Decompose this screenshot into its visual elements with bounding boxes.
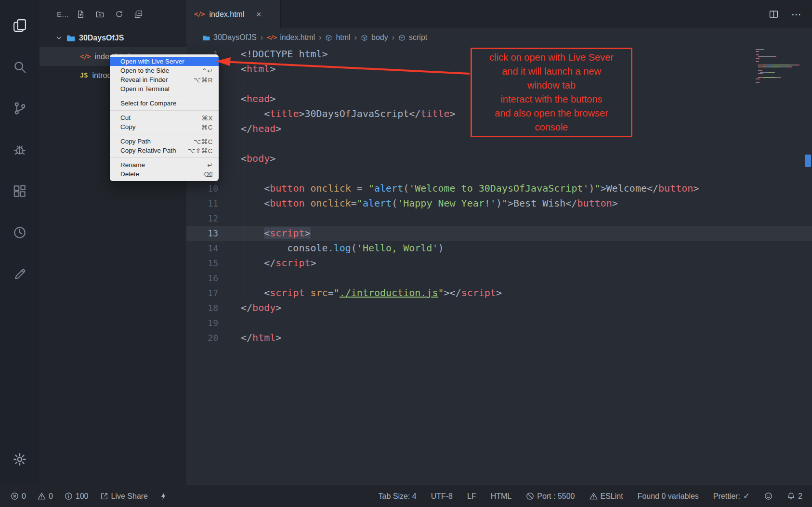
line-content: <button onclick="alert('Happy New Year!'… (218, 196, 618, 211)
debug-icon[interactable] (0, 129, 39, 170)
line-content (218, 136, 247, 151)
menu-item-cut[interactable]: Cut⌘X (110, 113, 219, 122)
status-label: 100 (76, 492, 89, 501)
search-icon[interactable] (0, 46, 39, 88)
annotation-line: and it will launch a new (473, 65, 630, 78)
close-icon[interactable]: × (256, 9, 261, 20)
menu-item-open-in-terminal[interactable]: Open in Terminal (110, 84, 219, 93)
menu-item-open-to-the-side[interactable]: Open to the Side⌃↵ (110, 66, 219, 75)
menu-item-shortcut: ⌘X (201, 114, 213, 122)
clock-icon[interactable] (0, 212, 39, 253)
breadcrumb-item-index-html[interactable]: </>index.html (267, 33, 315, 42)
code-line-18[interactable]: 18</body> (186, 300, 812, 315)
status-item-2[interactable]: 2 (787, 492, 802, 501)
menu-item-reveal-in-finder[interactable]: Reveal in Finder⌥⌘R (110, 75, 219, 84)
minimap-line (756, 77, 801, 78)
code-file-icon: </> (80, 53, 91, 60)
breadcrumb-separator: › (319, 33, 321, 42)
status-item-eslint[interactable]: ESLint (589, 492, 623, 501)
menu-item-copy-relative-path[interactable]: Copy Relative Path⌥⇧⌘C (110, 146, 219, 155)
menu-item-open-with-live-server[interactable]: Open with Live Server (110, 57, 219, 66)
status-label: 0 (22, 492, 26, 501)
status-item-utf-8[interactable]: UTF-8 (431, 492, 453, 501)
line-number: 19 (186, 315, 218, 330)
breadcrumb-item-script[interactable]: script (398, 33, 427, 42)
ellipsis-icon[interactable]: ⋯ (791, 9, 801, 19)
code-line-12[interactable]: 12 (186, 211, 812, 226)
source-control-icon[interactable] (0, 88, 39, 129)
minimap-line (756, 68, 801, 69)
menu-item-copy-path[interactable]: Copy Path⌥⌘C (110, 137, 219, 146)
code-file-icon: </> (267, 35, 276, 41)
status-item-html[interactable]: HTML (491, 492, 512, 501)
minimap-line (756, 75, 801, 76)
code-line-11[interactable]: 11 <button onclick="alert('Happy New Yea… (186, 196, 812, 211)
menu-item-label: Open in Terminal (120, 85, 170, 92)
code-line-20[interactable]: 20</html> (186, 330, 812, 345)
breadcrumb-separator: › (392, 33, 394, 42)
breadcrumb-item-body[interactable]: body (361, 33, 388, 42)
status-item-found-0-variables[interactable]: Found 0 variables (638, 492, 699, 501)
status-item-0[interactable]: 0 (38, 492, 53, 501)
extensions-icon[interactable] (0, 170, 39, 212)
folder-item-30daysofjs[interactable]: 30DaysOfJS (39, 28, 186, 47)
menu-item-shortcut: ⌥⌘C (194, 138, 213, 145)
warning-icon (38, 492, 46, 500)
live-share-icon (100, 492, 108, 500)
explorer-header: E… (39, 0, 186, 28)
split-editor-icon[interactable] (769, 9, 779, 19)
status-item-0[interactable]: 0 (11, 492, 26, 501)
minimap-line (756, 78, 801, 79)
menu-item-rename[interactable]: Rename↵ (110, 160, 219, 169)
gear-icon[interactable] (0, 445, 39, 474)
status-item-port-5500[interactable]: Port : 5500 (526, 492, 575, 501)
minimap[interactable] (756, 49, 801, 84)
code-line-15[interactable]: 15 </script> (186, 256, 812, 271)
minimap-line (756, 49, 801, 50)
line-number: 14 (186, 241, 218, 256)
menu-item-copy[interactable]: Copy⌘C (110, 122, 219, 131)
tab-index-html[interactable]: </> index.html × (186, 0, 281, 28)
line-content (218, 211, 247, 226)
refresh-icon[interactable] (115, 10, 123, 18)
status-item-live-share[interactable]: Live Share (100, 492, 148, 501)
status-label: Found 0 variables (638, 492, 699, 501)
hand-pencil-icon[interactable] (0, 253, 39, 295)
menu-item-delete[interactable]: Delete⌫ (110, 169, 219, 179)
code-line-14[interactable]: 14 console.log('Hello, World') (186, 241, 812, 256)
minimap-line (756, 54, 801, 55)
symbol-cube-icon (361, 34, 368, 41)
documents-icon[interactable] (0, 5, 39, 46)
code-line-19[interactable]: 19 (186, 315, 812, 330)
status-item-tab-size-4[interactable]: Tab Size: 4 (379, 492, 417, 501)
breadcrumb-separator: › (261, 33, 263, 42)
breadcrumb-item-30daysofjs[interactable]: 30DaysOfJS (203, 33, 257, 42)
status-item-smiley-icon[interactable] (764, 492, 773, 500)
new-folder-icon[interactable] (96, 10, 104, 18)
status-item-100[interactable]: 100 (65, 492, 89, 501)
menu-item-shortcut: ⌥⌘R (194, 76, 213, 84)
status-item-lf[interactable]: LF (467, 492, 476, 501)
code-line-10[interactable]: 10 <button onclick = "alert('Welcome to … (186, 181, 812, 196)
line-number: 16 (186, 271, 218, 286)
code-line-17[interactable]: 17 <script src="./introduction.js"></scr… (186, 286, 812, 300)
code-line-7[interactable]: 7 (186, 136, 812, 151)
annotation-box: click on open with Live Severand it will… (471, 48, 632, 137)
breadcrumb-label: 30DaysOfJS (213, 33, 257, 42)
code-line-13[interactable]: 13 <script> (186, 226, 812, 241)
line-content (218, 77, 247, 91)
menu-item-label: Rename (120, 161, 145, 169)
status-label: Live Share (111, 492, 148, 501)
explorer-title: E… (57, 10, 69, 18)
status-item-prettier[interactable]: Prettier:✓ (713, 492, 750, 501)
code-line-16[interactable]: 16 (186, 271, 812, 286)
collapse-all-icon[interactable] (134, 10, 143, 18)
menu-item-select-for-compare[interactable]: Select for Compare (110, 99, 219, 108)
breadcrumb-item-html[interactable]: html (325, 33, 350, 42)
minimap-line (756, 72, 801, 73)
menu-item-label: Copy (120, 123, 136, 130)
code-line-8[interactable]: 8<body> (186, 151, 812, 166)
new-file-icon[interactable] (77, 10, 85, 18)
status-item-bolt-icon[interactable] (159, 492, 168, 500)
code-line-9[interactable]: 9 (186, 166, 812, 181)
